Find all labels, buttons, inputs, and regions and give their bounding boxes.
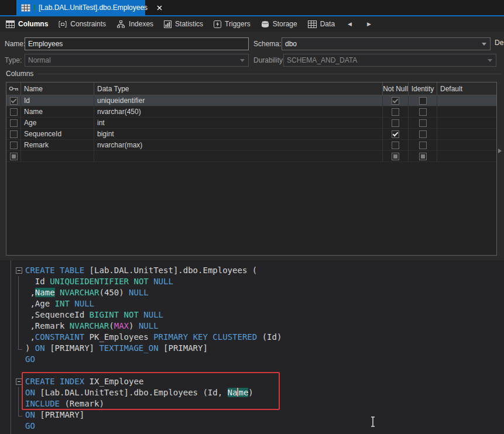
primary-key-checkbox-cell xyxy=(6,118,21,128)
identity-checkbox[interactable] xyxy=(419,119,427,127)
not-null-checkbox[interactable] xyxy=(392,130,399,138)
code-token: CREATE xyxy=(25,377,55,386)
toolbar-tab-constraints[interactable]: Constraints xyxy=(59,20,106,28)
primary-key-checkbox[interactable] xyxy=(10,119,18,127)
toolbar-tab-data[interactable]: Data xyxy=(308,20,335,28)
gutter xyxy=(0,409,25,421)
code-line[interactable]: INCLUDE (Remark) xyxy=(0,398,504,409)
table-row[interactable]: Iduniqueidentifier xyxy=(6,95,496,106)
code-line[interactable]: ,SequenceId BIGINT NOT NULL xyxy=(0,309,504,321)
column-name-cell[interactable]: Remark xyxy=(21,140,94,150)
code-token: NULL xyxy=(143,310,163,319)
code-line[interactable]: Id UNIQUEIDENTIFIER NOT NULL xyxy=(0,276,504,287)
identity-checkbox[interactable] xyxy=(419,97,427,105)
not-null-checkbox[interactable] xyxy=(392,119,399,127)
code-line[interactable]: ON [PRIMARY] xyxy=(0,409,504,421)
code-token: ON xyxy=(25,410,35,419)
default-cell[interactable] xyxy=(437,140,496,150)
data-type-cell[interactable]: bigint xyxy=(94,129,383,139)
default-cell[interactable] xyxy=(437,95,496,106)
code-line[interactable]: ,CONSTRAINT PK_Employees PRIMARY KEY CLU… xyxy=(0,332,504,343)
not-null-checkbox[interactable] xyxy=(392,153,399,160)
code-line[interactable]: ) ON [PRIMARY] TEXTIMAGE_ON [PRIMARY] xyxy=(0,343,504,354)
column-header-not-null[interactable]: Not Null xyxy=(383,82,409,95)
fold-marker-icon[interactable] xyxy=(0,265,25,276)
gutter xyxy=(0,398,25,409)
column-name-cell[interactable]: SequenceId xyxy=(21,129,94,139)
code-line[interactable] xyxy=(0,365,504,376)
column-header-name[interactable]: Name xyxy=(21,82,94,95)
default-cell[interactable] xyxy=(437,129,496,139)
schema-select[interactable]: dbo xyxy=(282,37,491,50)
data-type-cell[interactable]: nvarchar(450) xyxy=(94,106,383,117)
sql-editor[interactable]: CREATE TABLE [Lab.DAL.UnitTest].dbo.Empl… xyxy=(0,260,504,434)
identity-checkbox[interactable] xyxy=(419,108,427,116)
column-name-cell[interactable]: Id xyxy=(21,95,94,106)
table-row[interactable]: SequenceIdbigint xyxy=(6,129,496,140)
code-token: [Lab.DAL.UnitTest].dbo.Employees (Id, xyxy=(35,388,228,397)
code-line[interactable]: ,Age INT NULL xyxy=(0,298,504,309)
schema-value: dbo xyxy=(285,40,297,48)
toolbar-tab-label: Data xyxy=(320,20,335,28)
data-type-cell[interactable] xyxy=(94,151,383,161)
primary-key-checkbox[interactable] xyxy=(10,108,18,116)
nav-back-button[interactable]: ◀ xyxy=(345,21,354,27)
column-header-data-type[interactable]: Data Type xyxy=(94,82,383,95)
data-type-cell[interactable]: int xyxy=(94,118,383,128)
toolbar-tab-triggers[interactable]: Triggers xyxy=(214,20,251,28)
table-row[interactable]: Ageint xyxy=(6,118,496,129)
identity-checkbox[interactable] xyxy=(419,130,427,138)
gutter xyxy=(0,309,25,321)
toolbar-tab-indexes[interactable]: Indexes xyxy=(116,20,153,28)
column-header-default[interactable]: Default xyxy=(437,82,496,95)
toolbar-tab-statistics[interactable]: Statistics xyxy=(164,20,203,28)
nav-forward-button[interactable]: ▶ xyxy=(365,21,373,27)
code-line[interactable]: ,Remark NVARCHAR(MAX) NULL xyxy=(0,321,504,332)
toolbar-tab-columns[interactable]: Columns xyxy=(6,20,48,28)
not-null-checkbox[interactable] xyxy=(392,142,399,149)
code-line[interactable]: CREATE TABLE [Lab.DAL.UnitTest].dbo.Empl… xyxy=(0,265,504,276)
default-cell[interactable] xyxy=(437,118,496,128)
table-row[interactable] xyxy=(6,151,496,162)
close-icon[interactable] xyxy=(157,5,162,11)
toolbar-tab-storage[interactable]: Storage xyxy=(261,20,297,28)
table-row[interactable]: Remarknvarchar(max) xyxy=(6,140,496,151)
code-token: GO xyxy=(25,421,35,430)
identity-checkbox[interactable] xyxy=(419,142,427,149)
code-token: TEXTIMAGE_ON xyxy=(99,343,158,353)
code-line[interactable]: ON [Lab.DAL.UnitTest].dbo.Employees (Id,… xyxy=(0,387,504,398)
code-line[interactable]: GO xyxy=(0,354,504,365)
code-line[interactable]: GO xyxy=(0,421,504,432)
column-header-identity[interactable]: Identity xyxy=(409,82,437,95)
scroll-right-icon[interactable] xyxy=(498,149,502,153)
gutter xyxy=(0,343,25,354)
code-token: TABLE xyxy=(60,266,84,275)
table-name-input[interactable] xyxy=(25,37,249,50)
storage-cylinder-icon xyxy=(261,20,269,28)
primary-key-checkbox[interactable] xyxy=(10,97,18,105)
column-name-cell[interactable]: Name xyxy=(21,106,94,117)
code-line[interactable]: ,Name NVARCHAR(450) NULL xyxy=(0,287,504,298)
column-name-cell[interactable]: Age xyxy=(21,118,94,128)
primary-key-checkbox[interactable] xyxy=(10,142,18,149)
column-name-cell[interactable] xyxy=(21,151,94,161)
not-null-checkbox[interactable] xyxy=(392,97,399,105)
code-token: , xyxy=(25,332,35,342)
primary-key-column-header[interactable] xyxy=(6,82,21,95)
default-cell[interactable] xyxy=(437,106,496,117)
primary-key-checkbox[interactable] xyxy=(10,153,18,160)
code-line[interactable]: CREATE INDEX IX_Employee xyxy=(0,376,504,387)
table-row[interactable]: Namenvarchar(450) xyxy=(6,106,496,118)
identity-checkbox[interactable] xyxy=(419,153,427,160)
toolbar-tab-label: Statistics xyxy=(175,20,203,28)
not-null-checkbox[interactable] xyxy=(392,108,399,116)
default-cell[interactable] xyxy=(437,151,496,161)
code-token: [Lab.DAL.UnitTest].dbo.Employees ( xyxy=(84,266,257,275)
data-type-cell[interactable]: uniqueidentifier xyxy=(94,95,383,106)
fold-marker-icon[interactable] xyxy=(0,376,25,387)
code-token: NOT xyxy=(124,310,139,319)
document-tab[interactable]: [Lab.DAL.UnitTest].dbo.Employees xyxy=(16,0,145,15)
primary-key-checkbox[interactable] xyxy=(10,130,18,138)
code-token: [PRIMARY] xyxy=(45,343,100,353)
data-type-cell[interactable]: nvarchar(max) xyxy=(94,140,383,150)
